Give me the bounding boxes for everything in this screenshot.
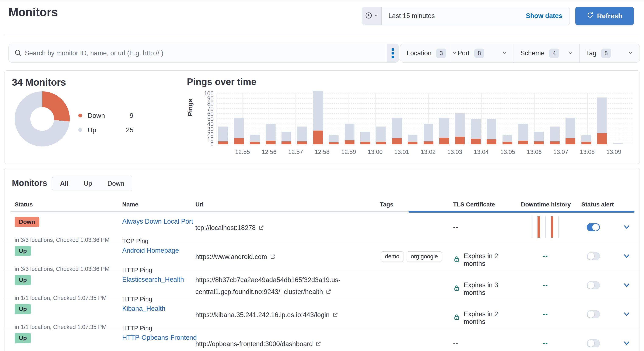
- status-alert-toggle[interactable]: [587, 281, 600, 289]
- table-row: Up in 1/1 location, Checked 1:07:35 PMKi…: [4, 300, 640, 329]
- monitor-url[interactable]: tcp://localhost:18278: [195, 222, 378, 234]
- status-cell: Up in 1/1 location, Checked 1:07:35 PM: [15, 304, 112, 314]
- name-cell: Elasticsearch_Health HTTP Ping: [122, 276, 194, 283]
- tls-expiry[interactable]: Expires in 2 months: [464, 252, 521, 268]
- clock-icon: [365, 12, 372, 20]
- monitor-name-link[interactable]: Kibana_Health: [122, 305, 165, 312]
- status-alert-cell: [587, 310, 600, 318]
- show-dates-link[interactable]: Show dates: [526, 7, 570, 25]
- x-axis-tick: 12:57: [288, 149, 303, 155]
- monitor-name-link[interactable]: Always Down Local Port: [122, 218, 193, 225]
- gridline: [217, 113, 632, 114]
- monitor-url[interactable]: https://www.android.com: [195, 251, 378, 263]
- column-header-tags: Tags: [380, 201, 393, 208]
- tags-cell: demoorg:google: [381, 251, 455, 262]
- ping-bar: [613, 143, 622, 144]
- tab-up[interactable]: Up: [76, 176, 100, 191]
- up-segment: [455, 113, 465, 137]
- gridline: [402, 93, 402, 144]
- monitor-url[interactable]: http://opbeans-frontend:3000/dashboard: [195, 338, 378, 350]
- lock-icon: [453, 255, 460, 264]
- status-alert-toggle[interactable]: [587, 310, 600, 318]
- downtime-empty-value: --: [542, 310, 548, 318]
- external-link-icon: [326, 286, 331, 298]
- ping-bar: [439, 118, 449, 144]
- expand-row-cell: [623, 281, 630, 290]
- filter-location[interactable]: Location 3: [400, 44, 451, 62]
- x-axis-tick: 13:09: [606, 149, 621, 155]
- expand-row-chevron-icon[interactable]: [623, 281, 630, 290]
- tab-all[interactable]: All: [52, 176, 76, 191]
- legend-label: Up: [88, 126, 96, 134]
- expand-row-cell: [623, 339, 630, 348]
- tab-down[interactable]: Down: [100, 176, 132, 191]
- gridline: [561, 93, 561, 144]
- expand-row-cell: [623, 310, 630, 319]
- refresh-button[interactable]: Refresh: [575, 7, 634, 25]
- downtime-history-cell: [524, 216, 566, 238]
- down-segment: [439, 138, 449, 144]
- external-link-icon: [270, 251, 276, 263]
- legend-item-down: Down 9: [78, 108, 134, 123]
- down-segment: [566, 138, 575, 144]
- gridline: [217, 108, 632, 109]
- tls-expiry[interactable]: Expires in 2 months: [464, 310, 521, 326]
- monitor-name-link[interactable]: HTTP-Opbeans-Frontend: [122, 334, 197, 341]
- monitor-name-link[interactable]: Android Homepage: [122, 247, 179, 254]
- pings-y-axis-label: Pings: [186, 99, 194, 116]
- monitor-name-link[interactable]: Elasticsearch_Health: [122, 276, 184, 283]
- tag-badge[interactable]: demo: [381, 251, 404, 262]
- filter-group: Location 3 Port 8 Scheme 4 Tag 8: [400, 44, 640, 62]
- status-alert-cell: [587, 281, 600, 289]
- expand-row-chevron-icon[interactable]: [623, 339, 630, 348]
- ping-bar: [566, 118, 575, 144]
- up-segment: [502, 135, 512, 142]
- expand-row-chevron-icon[interactable]: [623, 223, 630, 232]
- table-row: Up in 1/1 location, Checked 1:07:35 PMEl…: [4, 271, 640, 300]
- ping-bar: [392, 118, 402, 144]
- status-alert-toggle[interactable]: [587, 339, 600, 348]
- down-segment: [345, 140, 354, 144]
- tls-certificate-cell: --: [453, 339, 521, 347]
- loading-progress-bar: [408, 211, 634, 213]
- tag-badge[interactable]: org:google: [407, 251, 442, 262]
- search-input[interactable]: [22, 49, 387, 57]
- query-menu-icon[interactable]: [387, 44, 398, 62]
- monitor-search-box: [8, 44, 399, 62]
- url-cell: https://kibana.35.241.242.16.ip.es.io:44…: [195, 309, 378, 321]
- down-segment: [313, 131, 323, 144]
- monitors-donut-chart: [15, 91, 70, 146]
- up-segment: [613, 143, 622, 144]
- filter-scheme[interactable]: Scheme 4: [514, 44, 579, 62]
- status-alert-toggle[interactable]: [587, 223, 600, 231]
- x-axis-tick: 13:03: [447, 149, 462, 155]
- status-filter-tabs: AllUpDown: [52, 176, 132, 191]
- monitor-url[interactable]: https://8b37cb7ca2ae49ada54db165f32d3a19…: [195, 274, 378, 286]
- time-range-value[interactable]: Last 15 minutes: [382, 7, 526, 25]
- time-picker-quick-menu-button[interactable]: [362, 7, 382, 25]
- filter-label: Port: [458, 49, 470, 57]
- column-header-name: Name: [122, 201, 138, 208]
- expand-row-chevron-icon[interactable]: [623, 252, 630, 261]
- filter-port[interactable]: Port 8: [451, 44, 514, 62]
- toggle-knob: [588, 340, 594, 347]
- up-segment: [582, 135, 591, 142]
- lock-icon: [453, 285, 460, 293]
- up-segment: [408, 135, 418, 142]
- up-segment: [518, 124, 528, 141]
- tls-expiry[interactable]: Expires in 3 months: [464, 281, 521, 297]
- monitor-url[interactable]: https://kibana.35.241.242.16.ip.es.io:44…: [195, 309, 378, 321]
- name-cell: Kibana_Health HTTP Ping: [122, 305, 194, 313]
- sparkline-bar: [551, 216, 553, 238]
- sparkline-bar: [538, 216, 540, 238]
- down-segment: [266, 141, 276, 144]
- status-badge: Up: [15, 304, 31, 314]
- tls-certificate-cell: Expires in 3 months: [453, 281, 521, 297]
- expand-row-chevron-icon[interactable]: [623, 310, 630, 319]
- monitor-url[interactable]: central1.gcp.foundit.no:9243/_cluster/he…: [195, 286, 378, 298]
- filter-tag[interactable]: Tag 8: [580, 44, 640, 62]
- status-alert-toggle[interactable]: [587, 252, 600, 260]
- legend-label: Down: [88, 112, 105, 120]
- down-segment: [408, 142, 418, 144]
- filter-count-badge: 8: [601, 48, 611, 58]
